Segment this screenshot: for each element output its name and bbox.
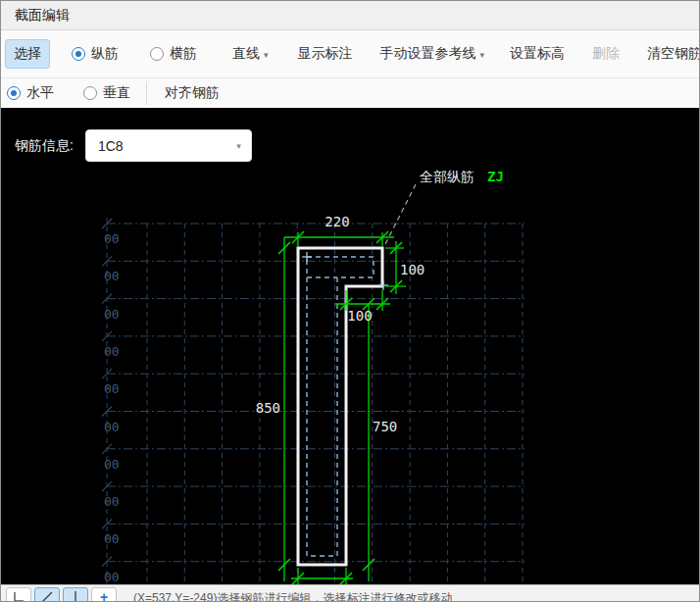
chevron-down-icon: ▾	[480, 50, 485, 60]
grid-cell-label: 00	[104, 494, 120, 509]
toolbar-orientation: 水平 垂直 对齐钢筋	[1, 77, 699, 108]
align-rebar-label: 对齐钢筋	[165, 84, 220, 100]
rebar-info-dropdown[interactable]: 1C8 ▾	[85, 129, 252, 162]
dim-stem-height[interactable]: 750	[373, 419, 397, 434]
select-button[interactable]: 选择	[5, 39, 50, 69]
radio-horizontal[interactable]: 水平	[7, 84, 54, 102]
rebar-info-value: 1C8	[98, 138, 124, 154]
drawing-canvas[interactable]: 钢筋信息: 1C8 ▾ 00000000000000000000	[1, 108, 700, 585]
annotation-label[interactable]: 全部纵筋	[420, 169, 475, 184]
show-annotation-label: 显示标注	[298, 45, 353, 61]
ortho-axes-button[interactable]	[6, 587, 31, 601]
window-title: 截面编辑	[15, 7, 70, 25]
title-bar: 截面编辑	[1, 1, 699, 30]
radio-dot-icon	[7, 86, 21, 100]
radio-longitudinal[interactable]: 纵筋	[72, 45, 119, 63]
delete-button: 删除	[584, 40, 627, 68]
chevron-down-icon: ▾	[264, 50, 269, 60]
manual-ref-line-button[interactable]: 手动设置参考线▾	[373, 40, 493, 68]
section-drawing[interactable]: 00000000000000000000	[1, 108, 700, 585]
rebar-info-label: 钢筋信息:	[15, 137, 74, 155]
toolbar-main: 选择 纵筋 横筋 直线▾ 显示标注 手动设置参考线▾ 设置标高 删除 清空钢筋	[1, 30, 699, 77]
grid-cell-label: 00	[104, 457, 120, 472]
plus-icon: +	[100, 590, 108, 601]
add-snap-button[interactable]: +	[91, 587, 117, 601]
section-outline[interactable]	[298, 248, 382, 565]
clear-rebar-label: 清空钢筋	[647, 45, 700, 61]
radio-transverse-label: 横筋	[170, 45, 197, 63]
show-annotation-button[interactable]: 显示标注	[290, 40, 361, 68]
axes-icon	[11, 590, 26, 601]
snap-marker-icon	[302, 252, 388, 290]
diagonal-line-icon	[39, 590, 55, 601]
radio-dot-icon	[150, 47, 164, 61]
grid: 00000000000000000000	[102, 218, 525, 584]
chevron-down-icon: ▾	[236, 141, 241, 151]
select-button-label: 选择	[14, 45, 41, 61]
radio-longitudinal-label: 纵筋	[91, 45, 119, 63]
radio-horizontal-label: 水平	[26, 84, 54, 102]
set-elevation-label: 设置标高	[510, 45, 565, 61]
vertical-snap-button[interactable]	[63, 587, 88, 601]
radio-dot-icon	[72, 47, 85, 61]
annotation-tag[interactable]: ZJ	[487, 169, 504, 184]
grid-cell-label: 00	[104, 570, 120, 584]
radio-dot-icon	[83, 86, 97, 100]
rebar-info-row: 钢筋信息: 1C8 ▾	[1, 129, 252, 162]
grid-cell-label: 00	[104, 531, 120, 546]
separator	[146, 81, 147, 105]
radio-vertical[interactable]: 垂直	[83, 84, 130, 102]
dim-top-width[interactable]: 220	[325, 214, 349, 229]
line-tool-label: 直线	[232, 45, 260, 61]
radio-transverse[interactable]: 横筋	[150, 45, 197, 63]
grid-cell-label: 00	[104, 269, 120, 283]
radio-vertical-label: 垂直	[103, 84, 130, 102]
line-tool-button[interactable]: 直线▾	[225, 40, 276, 68]
clear-rebar-button[interactable]: 清空钢筋	[639, 40, 700, 68]
set-elevation-button[interactable]: 设置标高	[502, 40, 573, 68]
grid-cell-label: 00	[104, 344, 120, 359]
section-edit-window: 截面编辑 选择 纵筋 横筋 直线▾ 显示标注 手动设置参考线▾ 设置标高 删除	[0, 0, 700, 602]
diagonal-snap-button[interactable]	[34, 587, 60, 601]
delete-button-label: 删除	[592, 45, 620, 61]
grid-cell-label: 00	[104, 231, 120, 246]
grid-cell-label: 00	[104, 420, 120, 434]
status-bar: + (X=537,Y=-249)选择钢筋进行编辑，选择标注进行修改或移动	[1, 584, 700, 601]
dim-step-width[interactable]: 100	[347, 308, 372, 324]
dim-total-height[interactable]: 850	[256, 400, 280, 416]
dim-flange-height[interactable]: 100	[400, 262, 425, 277]
status-text: (X=537,Y=-249)选择钢筋进行编辑，选择标注进行修改或移动	[133, 587, 452, 601]
grid-cell-label: 00	[104, 307, 120, 322]
manual-ref-line-label: 手动设置参考线	[380, 45, 476, 61]
rebar-dashed-path[interactable]	[307, 257, 374, 556]
align-rebar-button[interactable]: 对齐钢筋	[157, 79, 227, 107]
vertical-line-icon	[68, 590, 83, 601]
grid-cell-label: 00	[104, 381, 120, 396]
rebar-annotation[interactable]: 全部纵筋 ZJ	[384, 169, 504, 246]
